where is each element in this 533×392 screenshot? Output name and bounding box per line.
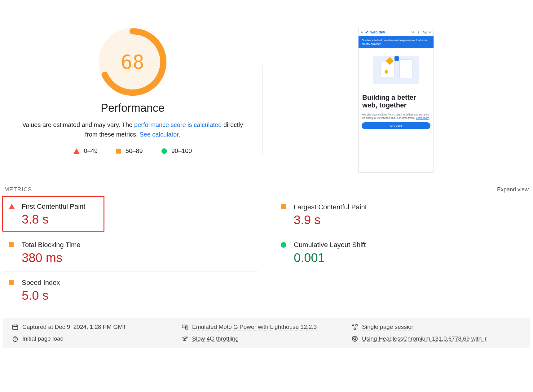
legend-mid: 50–89 <box>116 147 143 155</box>
see-calculator-link[interactable]: See calculator <box>139 131 178 138</box>
site-logo: web.dev <box>365 30 385 34</box>
score-value: 68 <box>99 28 167 96</box>
metric-value: 0.001 <box>294 251 366 265</box>
metric-name: Speed Index <box>22 279 60 287</box>
svg-point-14 <box>352 324 354 326</box>
metric-name: First Contentful Paint <box>22 203 85 211</box>
metric-cls[interactable]: Cumulative Layout Shift 0.001 <box>275 234 530 272</box>
square-orange-icon <box>9 242 14 247</box>
network-icon <box>182 335 188 342</box>
gauge-title: Performance <box>101 102 165 115</box>
triangle-red-icon <box>9 204 15 209</box>
metric-name: Total Blocking Time <box>22 241 81 249</box>
devices-icon <box>182 324 188 330</box>
expand-view-toggle[interactable]: Expand view <box>497 186 529 193</box>
metric-fcp[interactable]: First Contentful Paint 3.8 s <box>3 197 97 231</box>
calendar-icon <box>12 324 19 330</box>
signin-label: Sign in <box>422 31 431 34</box>
metric-value: 5.0 s <box>22 289 60 303</box>
performance-summary: 68 Performance Values are estimated and … <box>3 28 530 173</box>
svg-point-3 <box>418 31 419 33</box>
highlighted-metric: First Contentful Paint 3.8 s <box>2 196 104 232</box>
emulated-device[interactable]: Emulated Moto G Power with Lighthouse 12… <box>182 324 351 330</box>
stopwatch-icon <box>12 335 19 342</box>
metric-value: 380 ms <box>22 251 81 265</box>
vertical-separator <box>262 65 262 155</box>
captured-at: Captured at Dec 9, 2024, 1:28 PM GMT <box>12 324 182 330</box>
svg-point-15 <box>356 324 358 326</box>
chrome-icon <box>351 335 358 342</box>
metrics-grid: First Contentful Paint 3.8 s Largest Con… <box>3 196 530 309</box>
user-agent[interactable]: Using HeadlessChromium 131.0.6778.69 wit… <box>351 335 521 342</box>
svg-line-25 <box>353 337 354 339</box>
svg-point-16 <box>354 328 356 330</box>
metric-tbt[interactable]: Total Blocking Time 380 ms <box>3 234 258 272</box>
square-orange-icon <box>9 280 14 285</box>
circle-green-icon <box>281 242 286 248</box>
preview-heading: Building a better web, together <box>359 92 434 110</box>
legend-poor: 0–49 <box>73 147 98 155</box>
legend-good: 90–100 <box>161 147 192 155</box>
triangle-red-icon <box>73 148 80 154</box>
preview-banner: Guidance to build modern web experiences… <box>359 36 434 48</box>
metric-value: 3.9 s <box>294 213 367 227</box>
load-type: Initial page load <box>12 335 182 342</box>
metric-lcp[interactable]: Largest Contentful Paint 3.9 s <box>275 196 530 234</box>
svg-line-2 <box>413 32 414 33</box>
metric-value: 3.8 s <box>22 212 85 226</box>
network-throttling[interactable]: Slow 4G throttling <box>182 335 351 342</box>
theme-icon <box>417 30 420 34</box>
score-calc-link[interactable]: performance score is calculated <box>134 121 222 128</box>
session-type[interactable]: Single page session <box>351 324 521 330</box>
metric-si[interactable]: Speed Index 5.0 s <box>3 272 258 309</box>
preview-cookie-text: web.dev uses cookies from Google to deli… <box>362 113 430 120</box>
svg-point-1 <box>412 31 414 33</box>
circle-green-icon <box>161 148 167 154</box>
svg-line-18 <box>15 338 16 339</box>
search-icon <box>411 30 415 34</box>
preview-illustration <box>359 48 434 92</box>
square-orange-icon <box>116 149 121 154</box>
preview-accept-button: OK, got it <box>362 122 430 129</box>
page-screenshot-thumbnail[interactable]: ≡ web.dev Sign in Guidance to build mode… <box>358 28 434 173</box>
svg-rect-8 <box>13 325 18 330</box>
score-gauge: 68 <box>99 28 167 96</box>
metric-name: Largest Contentful Paint <box>294 203 367 211</box>
menu-icon: ≡ <box>361 31 363 34</box>
svg-point-20 <box>185 340 186 341</box>
metrics-section-label: METRICS <box>4 186 32 193</box>
score-description: Values are estimated and may vary. The p… <box>19 120 247 139</box>
score-legend: 0–49 50–89 90–100 <box>73 147 192 155</box>
square-orange-icon <box>281 204 286 209</box>
run-settings-footer: Captured at Dec 9, 2024, 1:28 PM GMT Emu… <box>3 318 530 348</box>
metric-name: Cumulative Layout Shift <box>294 241 366 249</box>
nodes-icon <box>351 324 358 330</box>
